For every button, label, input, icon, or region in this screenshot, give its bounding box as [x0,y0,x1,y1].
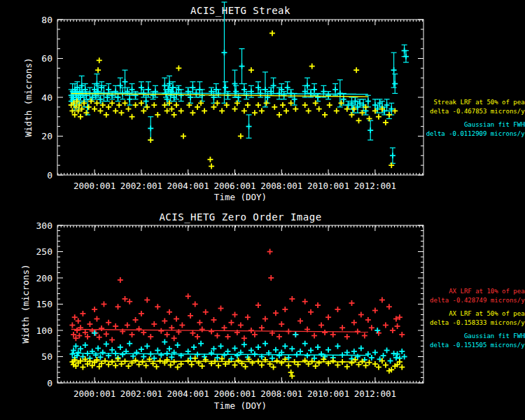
legend-entry-gaussian-fwhm-zo: Gaussian fit FWHM delta -0.151505 micron… [368,332,525,349]
x-tick-label: 2004:001 [167,388,209,399]
y-tick-label: 60 [41,53,52,64]
streak-legend: Streak LRF at 50% of peak delta -0.46785… [368,98,525,143]
legend-title: Streak LRF at 50% of peak [368,98,525,107]
x-tick-label: 2008:001 [260,388,302,399]
y-tick-label: 0 [47,378,52,388]
y-tick-label: 300 [36,220,52,231]
x-tick-label: 2012:001 [354,388,396,399]
y-tick-label: 150 [36,299,52,309]
panel-1: 2000:0012002:0012004:0012006:0012008:001… [36,220,424,400]
zero-order-xaxis-label: Time (DOY) [57,400,424,411]
y-tick-label: 100 [36,326,52,336]
streak-xaxis-label: Time (DOY) [57,192,424,202]
legend-delta: delta -0.151505 microns/yr [368,341,525,350]
legend-entry-gaussian-fwhm: Gaussian fit FWHM delta -0.0112909 micro… [368,120,525,138]
legend-delta: delta -0.0112909 microns/yr [368,130,525,139]
zero-order-title: ACIS_HETG Zero Order Image [57,211,424,223]
legend-title: AX LRF at 10% of peak [368,287,525,296]
x-tick-label: 2006:001 [214,388,255,399]
x-tick-label: 2006:001 [214,181,255,191]
x-tick-label: 2010:001 [307,388,349,399]
legend-title: AX LRF at 50% of peak [368,309,525,318]
x-tick-label: 2004:001 [167,181,209,191]
legend-delta: delta -0.428749 microns/yr [368,296,525,305]
legend-entry-ax-lrf-50: AX LRF at 50% of peak delta -0.158333 mi… [368,309,525,327]
legend-title: Gaussian fit FWHM [368,120,525,130]
legend-entry-streak-lrf: Streak LRF at 50% of peak delta -0.46785… [368,98,525,115]
y-tick-label: 40 [41,92,52,103]
y-tick-label: 80 [41,15,52,25]
x-tick-label: 2012:001 [354,181,396,191]
legend-delta: delta -0.158333 microns/yr [368,318,525,328]
series-red [69,249,405,343]
y-tick-label: 0 [47,170,52,181]
streak-title: ACIS_HETG Streak [57,5,424,16]
x-tick-label: 2002:001 [120,181,162,191]
x-tick-label: 2008:001 [260,181,302,191]
x-tick-label: 2000:001 [74,181,115,191]
streak-ylabel: Width (microns) [23,58,34,137]
plots-canvas: 2000:0012002:0012004:0012006:0012008:001… [0,0,525,420]
legend-entry-ax-lrf-10: AX LRF at 10% of peak delta -0.428749 mi… [368,287,525,304]
panel-0: 2000:0012002:0012004:0012006:0012008:001… [41,2,424,191]
y-tick-label: 50 [41,351,52,362]
x-tick-label: 2000:001 [74,388,115,399]
zero-order-ylabel: Width (microns) [20,265,31,344]
legend-title: Gaussian fit FWHM [368,332,525,341]
series-cyan [69,2,409,163]
y-tick-label: 200 [36,273,52,284]
y-tick-label: 20 [41,131,52,141]
x-tick-label: 2010:001 [307,181,349,191]
y-tick-label: 250 [36,246,52,257]
zero-order-legend: AX LRF at 10% of peak delta -0.428749 mi… [368,287,525,355]
plot-page: 2000:0012002:0012004:0012006:0012008:001… [0,0,525,420]
x-tick-label: 2002:001 [120,388,162,399]
legend-delta: delta -0.467853 microns/yr [368,107,525,116]
